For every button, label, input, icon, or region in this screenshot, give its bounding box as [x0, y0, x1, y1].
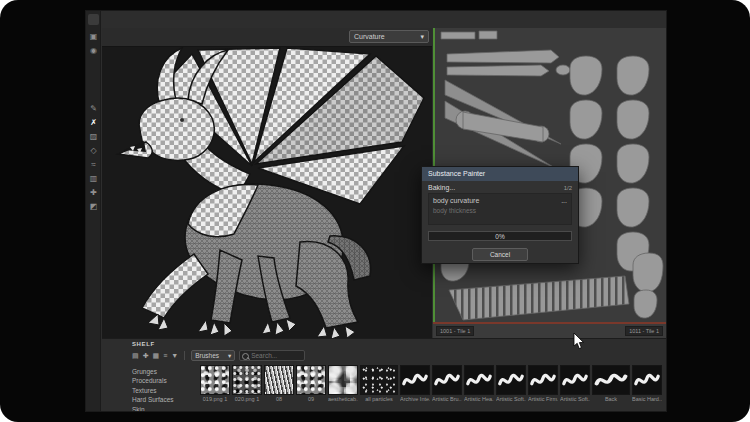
- shelf-category[interactable]: Grunges: [132, 367, 198, 376]
- shelf-thumbnail[interactable]: 019.png 1: [200, 365, 230, 402]
- clone-tool-icon[interactable]: ▥: [86, 172, 101, 186]
- shelf-category[interactable]: Hard Surfaces: [132, 395, 198, 404]
- baking-status-row: Baking... 1/2: [428, 183, 572, 193]
- thumbnail-image: [296, 365, 326, 395]
- thumbnail-label: Basic Hard...: [632, 396, 662, 402]
- baking-item-list: body curvature ... body thickness: [428, 193, 572, 225]
- brush-stroke-preview: [497, 366, 525, 394]
- dragon-body: [142, 184, 371, 328]
- brush-stroke-preview: [561, 366, 589, 394]
- thumbnail-image: [496, 365, 526, 395]
- tool-icon-list: ▣◉✎✗▨◇≈▥✚◩: [86, 30, 100, 214]
- mouse-cursor: [573, 333, 585, 350]
- baking-counter: 1/2: [564, 183, 572, 193]
- filter-icon[interactable]: ▼: [171, 352, 178, 360]
- dragon-model[interactable]: [102, 46, 432, 338]
- thumbnail-label: Back: [592, 396, 630, 402]
- thumbnail-image: [432, 365, 462, 395]
- shelf-thumbnail[interactable]: Artistic Bru...: [432, 365, 462, 402]
- shelf-thumbnail[interactable]: 09: [296, 365, 326, 402]
- camera-icon[interactable]: ◉: [86, 44, 101, 58]
- search-box: [239, 350, 305, 361]
- folder-icon[interactable]: ▤: [132, 352, 139, 360]
- uv-axis-bottom: [433, 322, 666, 324]
- thumbnail-label: aestheticab...: [328, 396, 358, 402]
- thumbnail-label: Artistic Firm...: [528, 396, 558, 402]
- shelf-thumbnail[interactable]: Back: [592, 365, 630, 402]
- shelf-thumbnail[interactable]: Artistic Hea...: [464, 365, 494, 402]
- shelf-thumbnail[interactable]: Artistic Soft...: [496, 365, 526, 402]
- thumbnail-label: Artistic Soft...: [496, 396, 526, 402]
- shelf-thumbnail[interactable]: Archive Inte...: [400, 365, 430, 402]
- brush-stroke-preview: [529, 366, 557, 394]
- shelf-thumbnail[interactable]: Artistic Firm...: [528, 365, 558, 402]
- more-button[interactable]: ...: [561, 196, 567, 206]
- paint-tool-icon[interactable]: ✎: [86, 102, 101, 116]
- shelf-toolbar: ▤✚▦≡▼ Brushes ▾: [132, 349, 305, 362]
- projection-tool-icon[interactable]: ▨: [86, 130, 101, 144]
- viewport-3d[interactable]: Curvature ▾: [102, 28, 432, 338]
- shelf-thumbnail[interactable]: all particles: [360, 365, 398, 402]
- chevron-down-icon: ▾: [420, 31, 424, 42]
- shelf-title: SHELF: [132, 341, 155, 347]
- brush-stroke-preview: [593, 366, 629, 394]
- shelf-thumbnail[interactable]: 08: [264, 365, 294, 402]
- device-frame: ▣◉✎✗▨◇≈▥✚◩ Curvature ▾: [0, 0, 750, 422]
- baking-current-item: body curvature: [433, 196, 479, 206]
- thumbnail-image: [200, 365, 230, 395]
- dialog-body: Baking... 1/2 body curvature ... body th…: [422, 181, 578, 265]
- preset-dropdown[interactable]: Brushes ▾: [191, 350, 235, 361]
- eraser-tool-icon[interactable]: ✗: [86, 116, 101, 130]
- shelf-thumbnail[interactable]: 020.png 1: [232, 365, 262, 402]
- cancel-button[interactable]: Cancel: [472, 248, 528, 261]
- thumbnail-label: Artistic Soft...: [560, 396, 590, 402]
- add-folder-icon[interactable]: ✚: [143, 352, 149, 360]
- brush-stroke-preview: [401, 366, 429, 394]
- search-input[interactable]: [240, 351, 304, 360]
- thumbnail-label: Artistic Hea...: [464, 396, 494, 402]
- brush-stroke-preview: [633, 366, 661, 394]
- polygon-fill-tool-icon[interactable]: ◇: [86, 144, 101, 158]
- thumbnail-label: all particles: [360, 396, 398, 402]
- baking-dialog: Substance Painter Baking... 1/2 body cur…: [421, 166, 579, 264]
- quick-mask-icon[interactable]: ◩: [86, 200, 101, 214]
- brush-stroke-preview: [433, 366, 461, 394]
- thumbnail-image: [632, 365, 662, 395]
- grid-view-icon[interactable]: ▦: [153, 352, 160, 360]
- uv-tile-label-left: 1001 - Tile 1: [436, 326, 474, 336]
- smudge-tool-icon[interactable]: ≈: [86, 158, 101, 172]
- shelf-thumbnail[interactable]: Basic Hard...: [632, 365, 662, 402]
- display-settings-icon[interactable]: ▣: [86, 30, 101, 44]
- channel-dropdown-value: Curvature: [354, 31, 385, 42]
- thumbnail-label: 09: [296, 396, 326, 402]
- list-view-icon[interactable]: ≡: [163, 352, 167, 360]
- uv-tile-label-right: 1011 - Tile 1: [625, 326, 663, 336]
- thumbnail-image: [232, 365, 262, 395]
- thumbnail-image: [360, 365, 398, 395]
- substance-painter-window: ▣◉✎✗▨◇≈▥✚◩ Curvature ▾: [85, 10, 667, 412]
- thumbnail-label: 08: [264, 396, 294, 402]
- progress-bar: 0%: [428, 231, 572, 241]
- shelf-tool-icons: ▤✚▦≡▼: [132, 352, 178, 360]
- shelf-category[interactable]: Procedurals: [132, 376, 198, 385]
- thumbnail-label: 020.png 1: [232, 396, 262, 402]
- thumbnail-image: [528, 365, 558, 395]
- thumbnail-image: [328, 365, 358, 395]
- chevron-down-icon: ▾: [228, 351, 231, 360]
- shelf-thumbnail[interactable]: aestheticab...: [328, 365, 358, 402]
- thumbnail-image: [560, 365, 590, 395]
- brush-stroke-preview: [465, 366, 493, 394]
- channel-dropdown[interactable]: Curvature ▾: [349, 30, 429, 43]
- shelf-category-list: GrungesProceduralsTexturesHard SurfacesS…: [132, 367, 198, 412]
- material-picker-icon[interactable]: ✚: [86, 186, 101, 200]
- shelf-category[interactable]: Skin: [132, 405, 198, 412]
- shelf-thumbnail[interactable]: Artistic Soft...: [560, 365, 590, 402]
- dialog-titlebar[interactable]: Substance Painter: [422, 167, 578, 181]
- baking-current-row: body curvature ...: [433, 196, 567, 206]
- thumbnail-image: [464, 365, 494, 395]
- left-toolbar: ▣◉✎✗▨◇≈▥✚◩: [86, 11, 101, 411]
- baking-status: Baking...: [428, 183, 455, 193]
- thumbnail-image: [400, 365, 430, 395]
- thumbnail-label: Archive Inte...: [400, 396, 430, 402]
- shelf-category[interactable]: Textures: [132, 386, 198, 395]
